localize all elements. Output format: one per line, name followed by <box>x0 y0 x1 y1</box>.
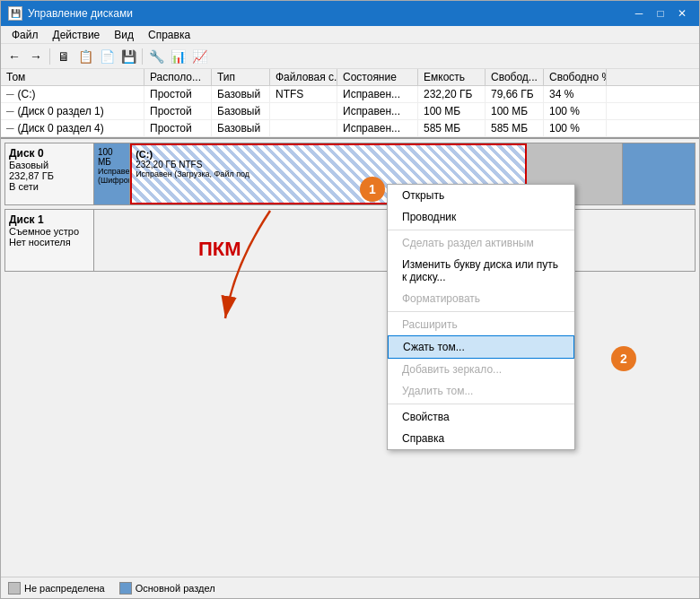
table-header: Том Располо... Тип Файловая с... Состоян… <box>1 69 699 86</box>
legend-main-box <box>119 582 132 595</box>
legend-unalloc: Не распределена <box>8 582 105 595</box>
row0-state: Исправен... <box>337 86 418 102</box>
forward-button[interactable]: → <box>26 47 46 66</box>
row1-type: Базовый <box>212 103 270 119</box>
ctx-properties[interactable]: Свойства <box>388 406 574 428</box>
ctx-open[interactable]: Открыть <box>388 185 574 206</box>
row2-type: Базовый <box>212 120 270 136</box>
legend-main: Основной раздел <box>119 582 215 595</box>
col-fs: Файловая с... <box>270 69 337 85</box>
ctx-extend: Расширить <box>388 314 574 335</box>
toolbar-separator <box>49 48 50 65</box>
disk-icon: ─ <box>6 88 14 100</box>
back-button[interactable]: ← <box>4 47 24 66</box>
toolbar-btn-2[interactable]: 📋 <box>75 47 95 66</box>
ctx-sep-1 <box>388 230 574 230</box>
close-button[interactable]: ✕ <box>672 5 692 22</box>
disk1-name: Диск 1 <box>9 213 90 226</box>
badge-2: 2 <box>611 346 636 371</box>
app-icon: 💾 <box>8 6 22 21</box>
row2-name: ─ (Диск 0 раздел 4) <box>1 120 144 136</box>
disk0-label: Диск 0 Базовый 232,87 ГБ В сети <box>4 143 94 205</box>
ctx-active: Сделать раздел активным <box>388 232 574 254</box>
disk0-name: Диск 0 <box>9 147 90 160</box>
disk1-label: Диск 1 Съемное устро Нет носителя <box>4 209 94 272</box>
disk-icon: ─ <box>6 122 14 135</box>
row2-loc: Простой <box>144 120 212 136</box>
ctx-help[interactable]: Справка <box>388 428 574 449</box>
disk-map-area: Диск 0 Базовый 232,87 ГБ В сети 100 МБ И… <box>1 139 699 577</box>
row0-fpct: 34 % <box>544 86 607 102</box>
ctx-sep-2 <box>388 311 574 312</box>
toolbar-btn-3[interactable]: 📄 <box>97 47 117 66</box>
row0-loc: Простой <box>144 86 212 102</box>
table-row[interactable]: ─ (C:) Простой Базовый NTFS Исправен... … <box>1 86 699 103</box>
col-capacity: Емкость <box>418 69 486 85</box>
row0-free: 79,66 ГБ <box>486 86 544 102</box>
toolbar-separator-2 <box>142 48 143 65</box>
row1-fpct: 100 % <box>544 103 607 119</box>
window-title: Управление дисками <box>28 7 133 20</box>
disk0-size: 232,87 ГБ <box>9 170 90 181</box>
part-size: 232,20 ГБ NTFS <box>136 160 521 169</box>
partition-system[interactable]: 100 МБ Исправен (Шифрова <box>94 143 130 204</box>
ctx-explorer[interactable]: Проводник <box>388 206 574 228</box>
menu-bar: Файл Действие Вид Справка <box>1 26 699 44</box>
legend-bar: Не распределена Основной раздел <box>1 577 699 598</box>
maximize-button[interactable]: □ <box>651 5 670 22</box>
part-state: Исправен (Шифрова <box>98 167 126 185</box>
ctx-changeletter[interactable]: Изменить букву диска или путь к диску... <box>388 254 574 288</box>
row1-name: ─ (Диск 0 раздел 1) <box>1 103 144 119</box>
menu-view[interactable]: Вид <box>107 27 141 43</box>
row2-fpct: 100 % <box>544 120 607 136</box>
minimize-button[interactable]: ─ <box>629 5 649 22</box>
part-name: (C:) <box>136 149 521 160</box>
menu-action[interactable]: Действие <box>46 27 108 43</box>
legend-main-label: Основной раздел <box>136 583 215 594</box>
table-row[interactable]: ─ (Диск 0 раздел 4) Простой Базовый Испр… <box>1 120 699 137</box>
toolbar-btn-4[interactable]: 💾 <box>118 47 138 66</box>
legend-unalloc-label: Не распределена <box>24 583 105 594</box>
disk1-row: Диск 1 Съемное устро Нет носителя <box>4 209 696 272</box>
menu-help[interactable]: Справка <box>141 27 197 43</box>
disk0-row: Диск 0 Базовый 232,87 ГБ В сети 100 МБ И… <box>4 143 696 205</box>
row1-free: 100 МБ <box>486 103 544 119</box>
toolbar-btn-6[interactable]: 📊 <box>168 47 188 66</box>
col-freepct: Свободно % <box>544 69 607 85</box>
col-tom: Том <box>1 69 144 85</box>
col-state: Состояние <box>337 69 418 85</box>
row2-fs <box>270 120 337 136</box>
ctx-shrink[interactable]: Сжать том... <box>388 335 574 359</box>
row0-fs: NTFS <box>270 86 337 102</box>
row2-state: Исправен... <box>337 120 418 136</box>
disk-icon: ─ <box>6 105 14 117</box>
toolbar-btn-7[interactable]: 📈 <box>189 47 209 66</box>
legend-unalloc-box <box>8 582 21 595</box>
row2-cap: 585 МБ <box>418 120 486 136</box>
title-bar: 💾 Управление дисками ─ □ ✕ <box>1 1 699 26</box>
ctx-addmirror: Добавить зеркало... <box>388 359 574 380</box>
badge-1: 1 <box>360 177 385 202</box>
toolbar-btn-1[interactable]: 🖥 <box>54 47 74 66</box>
table-row[interactable]: ─ (Диск 0 раздел 1) Простой Базовый Испр… <box>1 103 699 120</box>
toolbar-btn-5[interactable]: 🔧 <box>146 47 166 66</box>
row0-type: Базовый <box>212 86 270 102</box>
col-free: Свобод... <box>486 69 544 85</box>
row1-fs <box>270 103 337 119</box>
row2-free: 585 МБ <box>486 120 544 136</box>
disk-table: Том Располо... Тип Файловая с... Состоян… <box>1 69 699 139</box>
disk1-status: Нет носителя <box>9 237 90 247</box>
row1-loc: Простой <box>144 103 212 119</box>
disk0-status: В сети <box>9 181 90 192</box>
context-menu: Открыть Проводник Сделать раздел активны… <box>387 184 575 450</box>
menu-file[interactable]: Файл <box>4 27 46 43</box>
window-controls: ─ □ ✕ <box>629 5 692 22</box>
disk1-type: Съемное устро <box>9 226 90 237</box>
row1-cap: 100 МБ <box>418 103 486 119</box>
col-tip: Тип <box>212 69 270 85</box>
ctx-delete: Удалить том... <box>388 380 574 402</box>
part-size: 100 МБ <box>98 147 126 167</box>
partition-system2[interactable] <box>623 143 695 204</box>
disk0-type: Базовый <box>9 160 90 170</box>
row0-cap: 232,20 ГБ <box>418 86 486 102</box>
